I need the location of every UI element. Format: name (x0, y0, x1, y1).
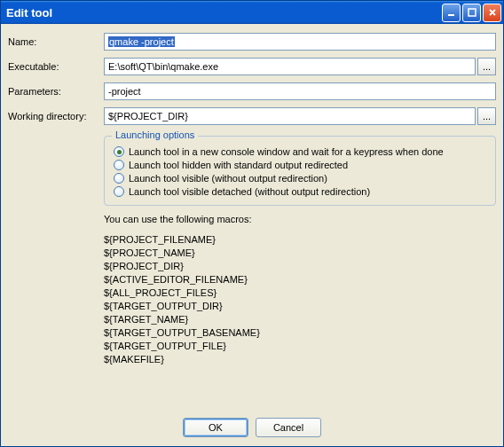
parameters-input[interactable]: -project (104, 82, 496, 100)
radio-icon (114, 160, 124, 170)
macro-item: ${TARGET_NAME} (104, 313, 496, 326)
workdir-input[interactable]: ${PROJECT_DIR} (104, 107, 476, 125)
radio-option-1[interactable]: Launch tool hidden with standard output … (114, 160, 486, 170)
macro-item: ${TARGET_OUTPUT_FILE} (104, 340, 496, 353)
radio-option-2[interactable]: Launch tool visible (without output redi… (114, 173, 486, 184)
label-workdir: Working directory: (8, 111, 104, 122)
close-button[interactable] (483, 4, 501, 22)
window-title: Edit tool (6, 6, 442, 20)
row-workdir: Working directory: ${PROJECT_DIR} ... (8, 107, 496, 125)
radio-label: Launch tool in a new console window and … (129, 146, 444, 157)
ok-button[interactable]: OK (183, 418, 248, 437)
svg-rect-0 (448, 14, 454, 16)
radio-option-3[interactable]: Launch tool visible detached (without ou… (114, 186, 486, 197)
executable-input[interactable]: E:\soft\QT\bin\qmake.exe (104, 58, 476, 75)
macro-item: ${PROJECT_DIR} (104, 260, 496, 273)
dialog-window: Edit tool Name: qmake -project Executabl… (0, 0, 504, 447)
dialog-buttons: OK Cancel (8, 412, 496, 441)
radio-icon (114, 146, 124, 157)
label-parameters: Parameters: (8, 86, 104, 97)
macro-item: ${ACTIVE_EDITOR_FILENAME} (104, 273, 496, 286)
maximize-button[interactable] (462, 4, 481, 22)
radio-option-0[interactable]: Launch tool in a new console window and … (114, 146, 486, 157)
radio-icon (114, 186, 124, 197)
macro-item: ${PROJECT_FILENAME} (104, 233, 496, 247)
browse-workdir-button[interactable]: ... (477, 107, 496, 125)
launching-options-group: Launching options Launch tool in a new c… (104, 136, 496, 206)
label-name: Name: (8, 36, 104, 47)
radio-icon (114, 173, 124, 184)
macro-item: ${PROJECT_NAME} (104, 247, 496, 260)
minimize-button[interactable] (442, 4, 461, 22)
name-input[interactable]: qmake -project (104, 33, 496, 51)
macros-intro: You can use the following macros: (104, 213, 496, 226)
macro-item: ${TARGET_OUTPUT_DIR} (104, 300, 496, 313)
macro-item: ${MAKEFILE} (104, 353, 496, 366)
radio-label: Launch tool visible (without output redi… (129, 173, 327, 184)
label-executable: Executable: (8, 61, 104, 72)
titlebar[interactable]: Edit tool (1, 1, 503, 24)
window-buttons (442, 4, 501, 22)
cancel-button[interactable]: Cancel (256, 418, 321, 437)
browse-executable-button[interactable]: ... (477, 58, 496, 75)
svg-rect-1 (469, 9, 476, 16)
macro-item: ${ALL_PROJECT_FILES} (104, 286, 496, 300)
row-executable: Executable: E:\soft\QT\bin\qmake.exe ... (8, 58, 496, 75)
row-name: Name: qmake -project (8, 33, 496, 51)
macro-item: ${TARGET_OUTPUT_BASENAME} (104, 326, 496, 340)
launching-options-legend: Launching options (112, 129, 198, 140)
radio-label: Launch tool visible detached (without ou… (129, 186, 370, 197)
macros-block: You can use the following macros: ${PROJ… (104, 213, 496, 366)
radio-label: Launch tool hidden with standard output … (129, 160, 348, 170)
row-parameters: Parameters: -project (8, 82, 496, 100)
client-area: Name: qmake -project Executable: E:\soft… (1, 24, 503, 446)
